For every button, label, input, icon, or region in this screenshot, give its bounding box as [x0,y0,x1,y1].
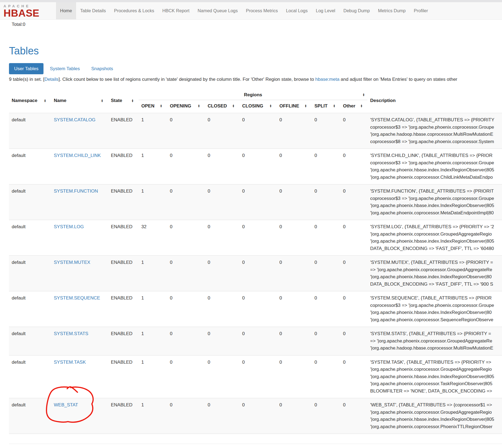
sort-icon[interactable] [363,93,365,96]
region-count-cell[interactable]: 0 [340,220,367,256]
region-count-cell[interactable]: 0 [205,184,239,220]
table-name-link[interactable]: SYSTEM.CHILD_LINK [54,153,101,158]
nav-item-hbck-report[interactable]: HBCK Report [158,2,194,19]
region-count-cell[interactable]: 1 [139,398,167,434]
sort-icon[interactable] [44,99,46,102]
table-name-link[interactable]: SYSTEM.MUTEX [54,260,90,265]
region-count-cell[interactable]: 0 [340,113,367,149]
nav-item-log-level[interactable]: Log Level [312,2,339,19]
region-count-cell[interactable]: 0 [277,256,312,291]
region-count-cell[interactable]: 0 [277,149,312,184]
region-count-cell[interactable]: 0 [340,256,367,291]
region-count-cell[interactable]: 0 [239,113,277,149]
sort-icon[interactable] [232,104,235,107]
sort-icon[interactable] [360,104,363,107]
region-count-cell[interactable]: 1 [139,113,167,149]
region-count-cell[interactable]: 0 [167,291,205,327]
region-count-cell[interactable]: 0 [277,327,312,356]
region-count-cell[interactable]: 0 [239,184,277,220]
region-count-cell[interactable]: 0 [312,291,340,327]
region-count-cell[interactable]: 0 [167,256,205,291]
region-count-cell[interactable]: 0 [277,398,312,434]
region-count-cell[interactable]: 0 [340,291,367,327]
table-name-link[interactable]: SYSTEM.LOG [54,224,84,229]
region-count-cell[interactable]: 0 [239,327,277,356]
region-count-cell[interactable]: 0 [239,355,277,398]
tab-system-tables[interactable]: System Tables [45,63,85,74]
region-count-cell[interactable]: 0 [205,291,239,327]
region-count-cell[interactable]: 0 [239,220,277,256]
sort-icon[interactable] [198,104,200,107]
region-count-cell[interactable]: 0 [277,184,312,220]
region-count-cell[interactable]: 1 [139,291,167,327]
region-count-cell[interactable]: 0 [340,355,367,398]
region-count-cell[interactable]: 0 [205,220,239,256]
region-count-cell[interactable]: 0 [205,398,239,434]
nav-item-named-queue-logs[interactable]: Named Queue Logs [194,2,242,19]
hbase-meta-link[interactable]: hbase:meta [315,77,339,82]
tab-snapshots[interactable]: Snapshots [86,63,118,74]
hbase-logo[interactable]: APACHE HBASE [0,2,56,19]
region-count-cell[interactable]: 1 [139,184,167,220]
region-count-cell[interactable]: 0 [167,113,205,149]
nav-item-process-metrics[interactable]: Process Metrics [242,2,282,19]
table-name-link[interactable]: SYSTEM.TASK [54,360,86,365]
region-count-cell[interactable]: 0 [167,327,205,356]
region-count-cell[interactable]: 0 [312,256,340,291]
region-count-cell[interactable]: 0 [239,398,277,434]
region-count-cell[interactable]: 0 [239,256,277,291]
region-count-cell[interactable]: 1 [139,149,167,184]
region-count-cell[interactable]: 0 [277,355,312,398]
nav-item-home[interactable]: Home [56,2,76,19]
table-name-link[interactable]: SYSTEM.CATALOG [54,117,95,122]
region-count-cell[interactable]: 0 [239,149,277,184]
region-count-cell[interactable]: 0 [167,149,205,184]
region-count-cell[interactable]: 0 [340,149,367,184]
tab-user-tables[interactable]: User Tables [9,63,43,74]
region-count-cell[interactable]: 0 [340,327,367,356]
region-count-cell[interactable]: 0 [239,291,277,327]
nav-item-table-details[interactable]: Table Details [76,2,110,19]
table-name-link[interactable]: SYSTEM.FUNCTION [54,189,98,194]
sort-icon[interactable] [333,104,335,107]
nav-item-procedures-locks[interactable]: Procedures & Locks [110,2,158,19]
sort-icon[interactable] [305,104,307,107]
sort-icon[interactable] [270,104,272,107]
region-count-cell[interactable]: 0 [312,398,340,434]
region-count-cell[interactable]: 0 [277,113,312,149]
region-count-cell[interactable]: 1 [139,327,167,356]
region-count-cell[interactable]: 0 [277,291,312,327]
region-count-cell[interactable]: 0 [340,184,367,220]
region-count-cell[interactable]: 0 [312,327,340,356]
nav-item-metrics-dump[interactable]: Metrics Dump [374,2,410,19]
region-count-cell[interactable]: 0 [205,113,239,149]
region-count-cell[interactable]: 0 [167,184,205,220]
sort-icon[interactable] [101,99,103,102]
region-count-cell[interactable]: 0 [205,149,239,184]
region-count-cell[interactable]: 0 [312,220,340,256]
table-name-link[interactable]: WEB_STAT [54,402,78,407]
region-count-cell[interactable]: 0 [167,398,205,434]
region-count-cell[interactable]: 1 [139,256,167,291]
region-count-cell[interactable]: 1 [139,355,167,398]
region-count-cell[interactable]: 0 [167,220,205,256]
region-count-cell[interactable]: 0 [205,355,239,398]
details-link[interactable]: Details [44,77,58,82]
nav-item-profiler[interactable]: Profiler [410,2,432,19]
region-count-cell[interactable]: 0 [167,355,205,398]
region-count-cell[interactable]: 0 [312,184,340,220]
region-count-cell[interactable]: 32 [139,220,167,256]
region-count-cell[interactable]: 0 [205,327,239,356]
region-count-cell[interactable]: 0 [312,355,340,398]
region-count-cell[interactable]: 0 [312,149,340,184]
nav-item-debug-dump[interactable]: Debug Dump [339,2,374,19]
nav-item-local-logs[interactable]: Local Logs [282,2,312,19]
sort-icon[interactable] [160,104,162,107]
sort-icon[interactable] [132,99,134,102]
region-count-cell[interactable]: 0 [312,113,340,149]
table-name-link[interactable]: SYSTEM.STATS [54,331,88,336]
region-count-cell[interactable]: 0 [340,398,367,434]
region-count-cell[interactable]: 0 [205,256,239,291]
region-count-cell[interactable]: 0 [277,220,312,256]
table-name-link[interactable]: SYSTEM.SEQUENCE [54,295,100,301]
